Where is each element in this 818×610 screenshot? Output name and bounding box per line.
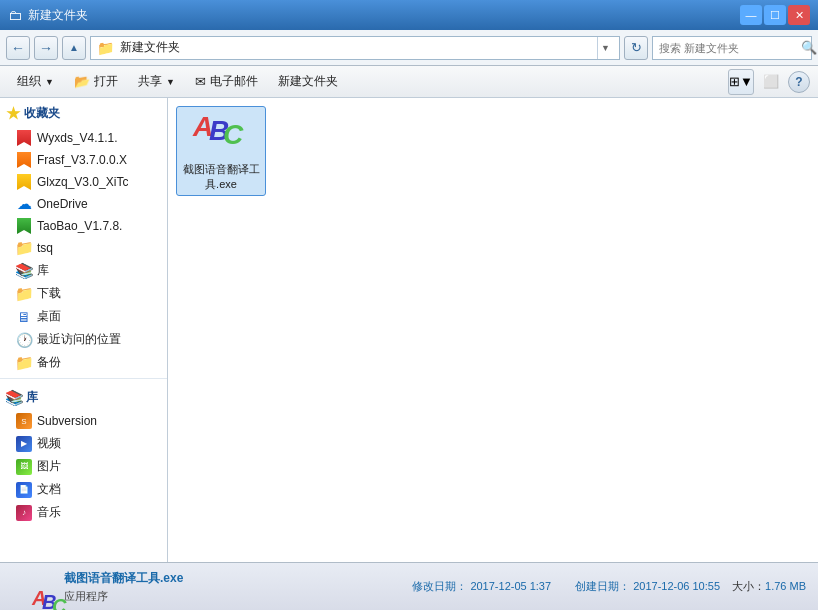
library-label: 库 [26,389,38,406]
close-button[interactable]: ✕ [788,5,810,25]
wyxds-icon [16,130,32,146]
ku-label: 库 [37,262,49,279]
sidebar-item-taobao[interactable]: TaoBao_V1.7.8. [0,215,167,237]
glxzq-icon [16,174,32,190]
status-size-area: 大小：1.76 MB [732,579,806,594]
subversion-icon: S [16,413,32,429]
favorites-star-icon: ★ [6,104,20,123]
sidebar-item-desktop[interactable]: 🖥 桌面 [0,305,167,328]
sidebar-item-tsq[interactable]: 📁 tsq [0,237,167,259]
open-label: 打开 [94,73,118,90]
file-icon-abc: A B C [193,111,249,158]
organize-dropdown-icon: ▼ [45,77,54,87]
video-label: 视频 [37,435,61,452]
music-label: 音乐 [37,504,61,521]
view-toggle-button[interactable]: ⊞▼ [728,69,754,95]
tsq-label: tsq [37,241,53,255]
toolbar: 组织 ▼ 📂 打开 共享 ▼ ✉ 电子邮件 新建文件夹 ⊞▼ ⬜ ? [0,66,818,98]
email-icon: ✉ [195,74,206,89]
open-button[interactable]: 📂 打开 [65,69,127,95]
file-item-exe[interactable]: A B C 截图语音翻译工具.exe [176,106,266,196]
library-section-header[interactable]: 📚 库 [0,383,167,410]
file-area: A B C 截图语音翻译工具.exe [168,98,818,562]
abc-letter-c: C [223,119,243,151]
status-modify-date: 修改日期： 2017-12-05 1:37 [412,579,551,594]
preview-pane-button[interactable]: ⬜ [758,69,784,95]
share-dropdown-icon: ▼ [166,77,175,87]
minimize-button[interactable]: — [740,5,762,25]
toolbar-right: ⊞▼ ⬜ ? [728,69,810,95]
title-bar-left: 🗀 新建文件夹 [8,7,88,24]
email-label: 电子邮件 [210,73,258,90]
sidebar-item-ku[interactable]: 📚 库 [0,259,167,282]
desktop-icon: 🖥 [16,309,32,325]
download-folder-icon: 📁 [16,286,32,302]
favorites-section-header[interactable]: ★ 收藏夹 [0,98,167,127]
address-box[interactable]: 📁 新建文件夹 ▼ [90,36,620,60]
help-button[interactable]: ? [788,71,810,93]
refresh-button[interactable]: ↻ [624,36,648,60]
search-box[interactable]: 🔍 [652,36,812,60]
search-input[interactable] [659,42,797,54]
sidebar-item-onedrive[interactable]: ☁ OneDrive [0,193,167,215]
organize-button[interactable]: 组织 ▼ [8,69,63,95]
share-button[interactable]: 共享 ▼ [129,69,184,95]
sidebar-item-subversion[interactable]: S Subversion [0,410,167,432]
address-folder-icon: 📁 [97,40,114,56]
sidebar-item-wyxds[interactable]: Wyxds_V4.1.1. [0,127,167,149]
back-button[interactable]: ← [6,36,30,60]
sidebar-item-frasf[interactable]: Frasf_V3.7.0.0.X [0,149,167,171]
address-bar-area: ← → ▲ 📁 新建文件夹 ▼ ↻ 🔍 [0,30,818,66]
desktop-label: 桌面 [37,308,61,325]
sidebar-item-glxzq[interactable]: Glxzq_V3.0_XiTc [0,171,167,193]
image-label: 图片 [37,458,61,475]
search-icon[interactable]: 🔍 [801,40,817,55]
sidebar-item-recent[interactable]: 🕐 最近访问的位置 [0,328,167,351]
sidebar: ★ 收藏夹 Wyxds_V4.1.1. Frasf_V3.7.0.0.X Glx… [0,98,168,562]
status-dates: 修改日期： 2017-12-05 1:37 创建日期： 2017-12-06 1… [412,579,720,594]
video-icon: ▶ [16,436,32,452]
status-filename-ext: .exe [160,571,183,585]
image-icon: 🖼 [16,459,32,475]
maximize-button[interactable]: ☐ [764,5,786,25]
taobao-icon [16,218,32,234]
sidebar-item-video[interactable]: ▶ 视频 [0,432,167,455]
frasf-icon [16,152,32,168]
music-icon: ♪ [16,505,32,521]
onedrive-label: OneDrive [37,197,88,211]
window-title: 新建文件夹 [28,7,88,24]
main-content: ★ 收藏夹 Wyxds_V4.1.1. Frasf_V3.7.0.0.X Glx… [0,98,818,562]
up-button[interactable]: ▲ [62,36,86,60]
sidebar-item-backup[interactable]: 📁 备份 [0,351,167,374]
new-folder-button[interactable]: 新建文件夹 [269,69,347,95]
sidebar-item-image[interactable]: 🖼 图片 [0,455,167,478]
onedrive-icon: ☁ [16,196,32,212]
status-modify-label: 修改日期： [412,580,467,592]
organize-label: 组织 [17,73,41,90]
wyxds-label: Wyxds_V4.1.1. [37,131,118,145]
status-type: 应用程序 [64,589,400,604]
status-filename-main: 截图语音翻译工具 [64,571,160,585]
title-bar-controls: — ☐ ✕ [740,5,810,25]
sidebar-item-music[interactable]: ♪ 音乐 [0,501,167,524]
doc-icon: 📄 [16,482,32,498]
glxzq-label: Glxzq_V3.0_XiTc [37,175,128,189]
status-create-date: 创建日期： 2017-12-06 10:55 [575,579,720,594]
backup-label: 备份 [37,354,61,371]
status-size-value: 1.76 MB [765,580,806,592]
address-text: 新建文件夹 [120,39,591,56]
status-create-label: 创建日期： [575,580,630,592]
email-button[interactable]: ✉ 电子邮件 [186,69,267,95]
address-dropdown-icon[interactable]: ▼ [597,37,613,59]
backup-folder-icon: 📁 [16,355,32,371]
favorites-label: 收藏夹 [24,105,60,122]
recent-icon: 🕐 [16,332,32,348]
doc-label: 文档 [37,481,61,498]
share-label: 共享 [138,73,162,90]
status-create-value: 2017-12-06 10:55 [633,580,720,592]
sidebar-item-download[interactable]: 📁 下载 [0,282,167,305]
sidebar-item-doc[interactable]: 📄 文档 [0,478,167,501]
status-filename: 截图语音翻译工具.exe [64,570,400,587]
forward-button[interactable]: → [34,36,58,60]
tsq-folder-icon: 📁 [16,240,32,256]
